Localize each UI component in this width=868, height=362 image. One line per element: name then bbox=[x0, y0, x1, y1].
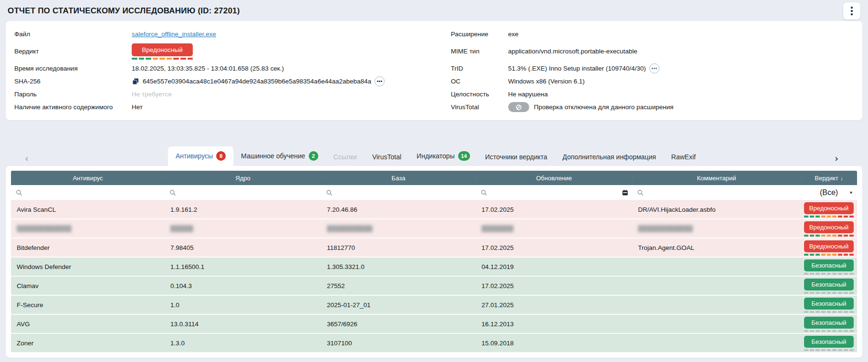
filter-base bbox=[321, 185, 476, 200]
password-value: Не требуется bbox=[132, 91, 171, 98]
filter-comment-input[interactable] bbox=[647, 189, 796, 196]
virustotal-disabled-badge bbox=[508, 102, 529, 112]
integrity-row: Целостность Не нарушена bbox=[451, 88, 854, 101]
filter-antivirus bbox=[11, 185, 165, 200]
trid-more-button[interactable] bbox=[649, 63, 659, 73]
verdict-severity-scale bbox=[804, 273, 854, 275]
info-right-column: Расширение exe MIME тип application/vnd.… bbox=[451, 28, 854, 114]
tabs-scroll-left-button[interactable]: ‹ bbox=[25, 154, 29, 163]
cell-antivirus: F-Secure bbox=[11, 301, 165, 309]
cell-update: 15.09.2018 bbox=[476, 340, 632, 347]
chevron-down-icon: ▾ bbox=[850, 190, 852, 195]
cell-update: ███████ bbox=[476, 225, 632, 232]
sha256-more-button[interactable] bbox=[375, 76, 385, 86]
file-name-link[interactable]: saleforce_offline_installer.exe bbox=[132, 31, 216, 38]
tab-label: Ссылки bbox=[334, 153, 357, 161]
analysis-time-label: Время исследования bbox=[14, 65, 132, 72]
calendar-icon bbox=[622, 189, 628, 196]
table-row: ████████████████████████████████████████… bbox=[11, 219, 857, 238]
analysis-time-value: 18.02.2025, 13:03:35.825 - 13:04:01.658 … bbox=[132, 65, 284, 72]
tab-verdict-sources[interactable]: Источники вердикта bbox=[478, 148, 555, 166]
tab-virustotal[interactable]: VirusTotal bbox=[365, 148, 409, 166]
cell-verdict: Безопасный bbox=[801, 315, 857, 333]
filter-update-input[interactable] bbox=[490, 189, 627, 196]
table-row: AVG13.0.31143657/692616.12.2013Безопасны… bbox=[11, 315, 857, 334]
column-header-comment[interactable]: Комментарий bbox=[632, 175, 801, 182]
tab-additional-info[interactable]: Дополнительная информация bbox=[555, 148, 664, 166]
tab-links[interactable]: Ссылки bbox=[326, 148, 365, 166]
tab-count-badge: 8 bbox=[216, 151, 226, 161]
cell-engine: 13.0.3114 bbox=[165, 321, 321, 328]
column-header-verdict[interactable]: Вердикт↓ bbox=[801, 175, 857, 182]
tab-count-badge: 2 bbox=[309, 151, 318, 161]
tab-label: Источники вердикта bbox=[485, 153, 547, 161]
cell-antivirus: Clamav bbox=[11, 282, 165, 290]
trid-label: TrID bbox=[451, 65, 508, 72]
integrity-label: Целостность bbox=[451, 91, 508, 98]
cell-verdict: Вредоносный bbox=[801, 239, 857, 257]
info-left-column: Файл saleforce_offline_installer.exe Вер… bbox=[14, 28, 451, 114]
verdict-severity-scale bbox=[804, 216, 854, 217]
column-header-engine[interactable]: Ядро bbox=[165, 175, 321, 182]
column-header-update[interactable]: Обновление bbox=[476, 175, 632, 182]
tab-indicators[interactable]: Индикаторы14 bbox=[409, 146, 477, 166]
table-row: Bitdefender7.984051181277017.02.2025Troj… bbox=[11, 238, 857, 258]
verdict-severity-scale bbox=[804, 330, 854, 332]
virustotal-row: VirusTotal Проверка отключена для данног… bbox=[451, 101, 854, 114]
password-label: Пароль bbox=[14, 91, 132, 98]
sha256-row: SHA-256 645e557e03904aca48c1e0467a94de92… bbox=[14, 75, 451, 88]
cell-comment: DR/AVI.HijackLoader.asbfo bbox=[632, 206, 801, 213]
search-icon bbox=[16, 189, 22, 196]
cell-verdict: Вредоносный bbox=[801, 220, 857, 238]
active-content-value: Нет bbox=[132, 103, 143, 111]
search-icon bbox=[637, 189, 644, 196]
antivirus-table: Антивирус Ядро База Обновление Комментар… bbox=[11, 171, 857, 353]
table-row: F-Secure1.02025-01-27_0127.01.2025Безопа… bbox=[11, 296, 857, 315]
mime-row: MIME тип application/vnd.microsoft.porta… bbox=[451, 41, 854, 62]
cell-engine: 1.3.0 bbox=[165, 340, 321, 347]
cell-verdict: Безопасный bbox=[801, 334, 857, 352]
cell-update: 17.02.2025 bbox=[476, 206, 632, 213]
table-row: Zoner1.3.0310710015.09.2018Безопасный bbox=[11, 334, 857, 353]
filter-verdict-dropdown[interactable]: (Все) ▾ bbox=[801, 185, 857, 200]
verdict-severity-scale bbox=[804, 292, 854, 294]
sha256-value: 645e557e03904aca48c1e0467a94de924a8359b6… bbox=[143, 78, 371, 85]
filter-antivirus-input[interactable] bbox=[25, 189, 160, 196]
tabs-scroll-right-button[interactable]: › bbox=[835, 154, 838, 163]
cell-engine: 1.1.16500.1 bbox=[165, 263, 321, 270]
kebab-menu-button[interactable] bbox=[843, 2, 860, 20]
mime-label: MIME тип bbox=[451, 48, 508, 55]
cell-engine: 7.98405 bbox=[165, 244, 321, 251]
cell-base: 3657/6926 bbox=[321, 321, 476, 328]
verdict-row: Вердикт Вредоносный bbox=[14, 41, 451, 62]
tab-rawexif[interactable]: RawExif bbox=[664, 148, 703, 166]
cell-antivirus: Windows Defender bbox=[11, 263, 165, 270]
cell-antivirus: AVG bbox=[11, 321, 165, 328]
table-header-row: Антивирус Ядро База Обновление Комментар… bbox=[11, 171, 857, 185]
filter-engine-input[interactable] bbox=[179, 189, 316, 196]
tab-antiviruses[interactable]: Антивирусы8 bbox=[168, 146, 233, 166]
cell-comment: Trojan.Agent.GOAL bbox=[632, 244, 801, 251]
file-row: Файл saleforce_offline_installer.exe bbox=[14, 28, 451, 41]
verdict-badge: Безопасный bbox=[804, 259, 854, 271]
cell-antivirus: Bitdefender bbox=[11, 244, 165, 251]
cell-base: 2025-01-27_01 bbox=[321, 301, 476, 309]
search-icon bbox=[481, 189, 487, 196]
tabs-bar: ‹ Антивирусы8Машинное обучение2СсылкиVir… bbox=[0, 148, 868, 166]
page-title: ОТЧЕТ ПО СТАТИЧЕСКОМУ ИССЛЕДОВАНИЮ (ID: … bbox=[8, 6, 240, 16]
verdict-severity-scale bbox=[804, 349, 854, 351]
tab-label: VirusTotal bbox=[372, 153, 401, 161]
column-header-antivirus[interactable]: Антивирус bbox=[11, 175, 165, 182]
verdict-label: Вердикт bbox=[14, 48, 132, 55]
cell-base: 1.305.3321.0 bbox=[321, 263, 476, 270]
filter-base-input[interactable] bbox=[335, 189, 471, 196]
verdict-badge: Вредоносный bbox=[804, 240, 854, 252]
verdict-severity-scale bbox=[804, 235, 854, 237]
column-header-base[interactable]: База bbox=[321, 175, 476, 182]
verdict-badge: Вредоносный bbox=[804, 202, 854, 214]
calendar-button[interactable] bbox=[622, 189, 628, 196]
copy-icon[interactable] bbox=[132, 78, 139, 85]
tab-machine-learning[interactable]: Машинное обучение2 bbox=[233, 146, 326, 166]
cell-verdict: Вредоносный bbox=[801, 201, 857, 218]
cell-engine: 0.104.3 bbox=[165, 282, 321, 290]
